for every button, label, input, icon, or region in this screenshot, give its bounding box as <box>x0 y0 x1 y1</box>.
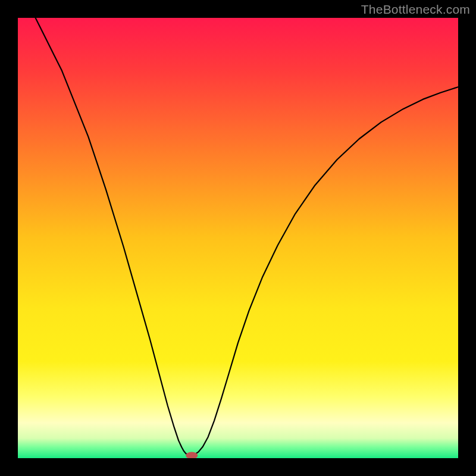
watermark-label: TheBottleneck.com <box>361 2 470 17</box>
chart-svg <box>18 18 458 458</box>
plot-area <box>18 18 458 458</box>
chart-frame: TheBottleneck.com <box>0 0 476 476</box>
gradient-background <box>18 18 458 458</box>
